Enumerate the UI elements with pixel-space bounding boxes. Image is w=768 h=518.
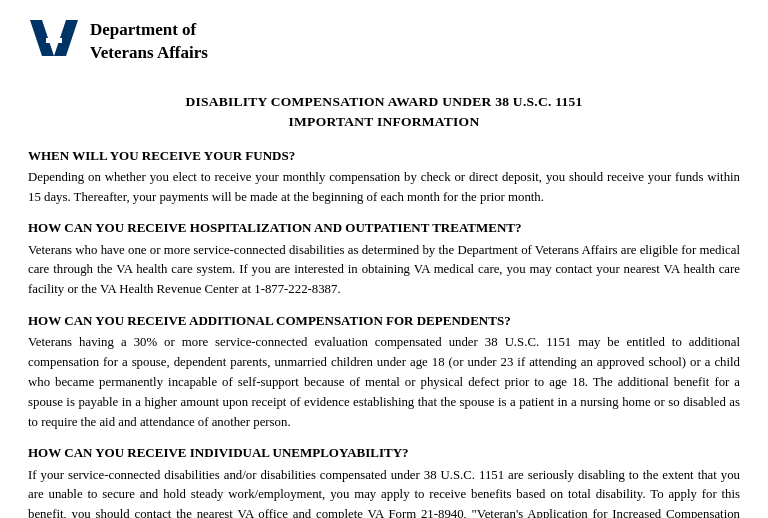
org-name-line2: Veterans Affairs: [90, 43, 208, 62]
header: Department of Veterans Affairs: [28, 16, 740, 78]
section-hospitalization-body: Veterans who have one or more service-co…: [28, 241, 740, 300]
section-dependents: HOW CAN YOU RECEIVE ADDITIONAL COMPENSAT…: [28, 312, 740, 432]
section-unemployability-heading: HOW CAN YOU RECEIVE INDIVIDUAL UNEMPLOYA…: [28, 444, 740, 462]
va-logo-icon: [28, 16, 80, 68]
section-hospitalization-heading: HOW CAN YOU RECEIVE HOSPITALIZATION AND …: [28, 219, 740, 237]
sections-container: WHEN WILL YOU RECEIVE YOUR FUNDS? Depend…: [28, 147, 740, 519]
section-hospitalization: HOW CAN YOU RECEIVE HOSPITALIZATION AND …: [28, 219, 740, 300]
section-unemployability: HOW CAN YOU RECEIVE INDIVIDUAL UNEMPLOYA…: [28, 444, 740, 518]
page-title-line1: DISABILITY COMPENSATION AWARD UNDER 38 U…: [28, 92, 740, 112]
section-unemployability-body: If your service-connected disabilities a…: [28, 466, 740, 518]
page-title-line2: IMPORTANT INFORMATION: [28, 112, 740, 132]
svg-rect-3: [46, 38, 62, 43]
page-title: DISABILITY COMPENSATION AWARD UNDER 38 U…: [28, 92, 740, 133]
org-name: Department of Veterans Affairs: [90, 19, 208, 65]
section-funds-heading: WHEN WILL YOU RECEIVE YOUR FUNDS?: [28, 147, 740, 165]
section-funds-body: Depending on whether you elect to receiv…: [28, 168, 740, 208]
section-funds: WHEN WILL YOU RECEIVE YOUR FUNDS? Depend…: [28, 147, 740, 208]
section-dependents-body: Veterans having a 30% or more service-co…: [28, 333, 740, 432]
unemployability-text-part1: If your service-connected disabilities a…: [28, 468, 740, 518]
org-name-line1: Department of: [90, 20, 196, 39]
va-logo: Department of Veterans Affairs: [28, 16, 208, 68]
section-dependents-heading: HOW CAN YOU RECEIVE ADDITIONAL COMPENSAT…: [28, 312, 740, 330]
